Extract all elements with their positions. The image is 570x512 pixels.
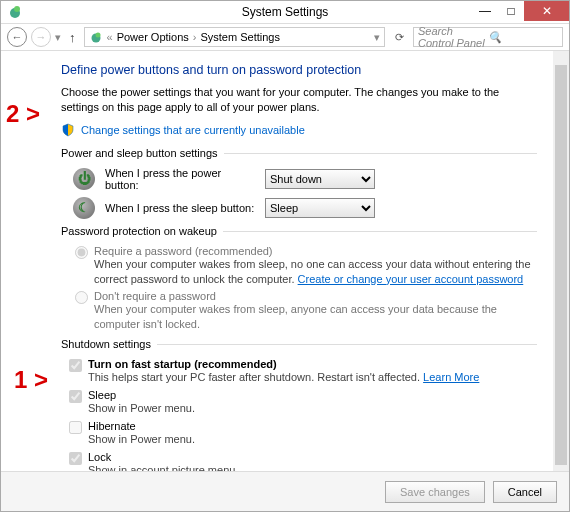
admin-change-link[interactable]: Change settings that are currently unava… — [81, 124, 305, 136]
section-shutdown-heading: Shutdown settings — [61, 338, 537, 350]
window-frame: System Settings — □ ✕ ← → ▾ ↑ « Power Op… — [0, 0, 570, 512]
maximize-button[interactable]: □ — [498, 1, 524, 21]
power-icon: ⏻ — [73, 168, 95, 190]
search-icon[interactable]: 🔍 — [488, 31, 558, 44]
learn-more-link[interactable]: Learn More — [423, 371, 479, 383]
fast-startup-title: Turn on fast startup (recommended) — [88, 358, 537, 370]
breadcrumb-dropdown-icon[interactable]: ▾ — [374, 31, 380, 44]
lock-title: Lock — [88, 451, 537, 463]
fast-startup-desc: This helps start your PC faster after sh… — [88, 370, 537, 385]
chevron-right-icon: › — [193, 31, 197, 43]
sleep-icon: ☾ — [73, 197, 95, 219]
chevron-icon: « — [107, 31, 113, 43]
cancel-button[interactable]: Cancel — [493, 481, 557, 503]
require-password-title: Require a password (recommended) — [94, 245, 537, 257]
back-button[interactable]: ← — [7, 27, 27, 47]
sleep-title: Sleep — [88, 389, 537, 401]
no-password-desc: When your computer wakes from sleep, any… — [94, 302, 537, 332]
titlebar: System Settings — □ ✕ — [1, 1, 569, 23]
fast-startup-checkbox — [69, 359, 82, 372]
sleep-desc: Show in Power menu. — [88, 401, 537, 416]
breadcrumb[interactable]: « Power Options › System Settings ▾ — [84, 27, 386, 47]
vertical-scrollbar[interactable] — [553, 51, 569, 471]
page-heading: Define power buttons and turn on passwor… — [61, 63, 537, 77]
refresh-button[interactable]: ⟳ — [389, 27, 409, 47]
annotation-1: 1 > — [14, 366, 48, 394]
section-buttons-heading: Power and sleep button settings — [61, 147, 537, 159]
breadcrumb-icon — [89, 30, 103, 44]
hibernate-title: Hibernate — [88, 420, 537, 432]
section-password-heading: Password protection on wakeup — [61, 225, 537, 237]
svg-point-3 — [95, 33, 100, 38]
minimize-button[interactable]: — — [472, 1, 498, 21]
no-password-title: Don't require a password — [94, 290, 537, 302]
window-title: System Settings — [242, 5, 329, 19]
scrollbar-thumb[interactable] — [555, 65, 567, 465]
lock-desc: Show in account picture menu. — [88, 463, 537, 471]
lock-checkbox — [69, 452, 82, 465]
search-input[interactable]: Search Control Panel 🔍 — [413, 27, 563, 47]
require-password-radio — [75, 246, 88, 259]
search-placeholder: Search Control Panel — [418, 25, 488, 49]
recent-dropdown-icon[interactable]: ▾ — [55, 31, 61, 44]
breadcrumb-seg-1[interactable]: Power Options — [117, 31, 189, 43]
close-button[interactable]: ✕ — [524, 1, 569, 21]
footer: Save changes Cancel — [1, 471, 569, 511]
hibernate-desc: Show in Power menu. — [88, 432, 537, 447]
up-button[interactable]: ↑ — [65, 30, 80, 45]
svg-point-1 — [14, 6, 20, 12]
page-description: Choose the power settings that you want … — [61, 85, 537, 115]
sleep-button-label: When I press the sleep button: — [105, 202, 255, 214]
hibernate-checkbox — [69, 421, 82, 434]
forward-button[interactable]: → — [31, 27, 51, 47]
shield-icon — [61, 123, 75, 137]
power-button-label: When I press the power button: — [105, 167, 255, 191]
no-password-radio — [75, 291, 88, 304]
create-password-link[interactable]: Create or change your user account passw… — [298, 273, 524, 285]
app-icon — [7, 4, 23, 20]
sleep-button-select[interactable]: Sleep — [265, 198, 375, 218]
breadcrumb-seg-2[interactable]: System Settings — [200, 31, 279, 43]
save-button: Save changes — [385, 481, 485, 503]
content-area: Define power buttons and turn on passwor… — [1, 51, 553, 471]
annotation-2: 2 > — [6, 100, 40, 128]
nav-bar: ← → ▾ ↑ « Power Options › System Setting… — [1, 23, 569, 51]
sleep-checkbox — [69, 390, 82, 403]
power-button-select[interactable]: Shut down — [265, 169, 375, 189]
require-password-desc: When your computer wakes from sleep, no … — [94, 257, 537, 287]
